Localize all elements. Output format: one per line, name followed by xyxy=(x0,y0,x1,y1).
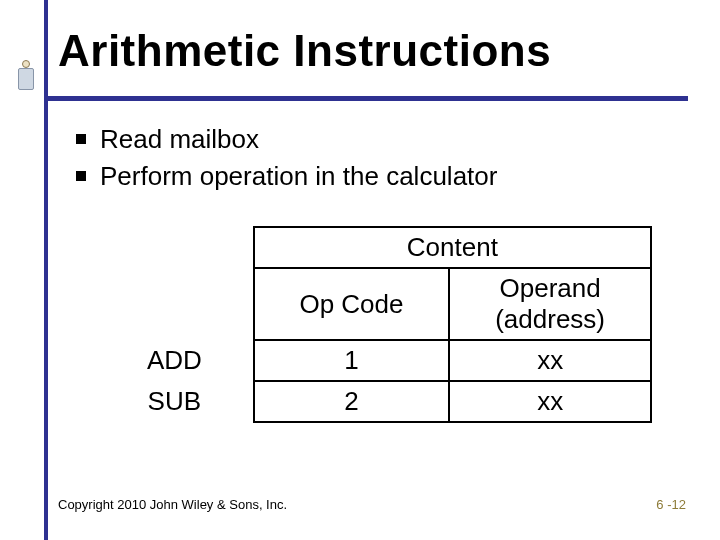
table-row: Content xyxy=(96,227,651,268)
opcode-table: Content Op Code Operand (address) ADD 1 … xyxy=(96,226,652,423)
table-row: SUB 2 xx xyxy=(96,381,651,422)
table-row-label: SUB xyxy=(96,381,254,422)
title-underline xyxy=(44,96,688,101)
table-cell-opcode: 1 xyxy=(254,340,450,381)
operand-header-line1: Operand xyxy=(500,273,601,303)
slide: Arithmetic Instructions Read mailbox Per… xyxy=(0,0,720,540)
copyright-text: Copyright 2010 John Wiley & Sons, Inc. xyxy=(58,497,287,512)
table-cell-empty xyxy=(96,227,254,268)
bullet-square-icon xyxy=(76,134,86,144)
bullet-text: Perform operation in the calculator xyxy=(100,159,497,194)
bullet-item: Read mailbox xyxy=(76,122,686,157)
bullet-square-icon xyxy=(76,171,86,181)
table-row: Op Code Operand (address) xyxy=(96,268,651,340)
operand-header-line2: (address) xyxy=(495,304,605,334)
table-col-header-operand: Operand (address) xyxy=(449,268,651,340)
table-row: ADD 1 xx xyxy=(96,340,651,381)
table-cell-empty xyxy=(96,268,254,340)
table-cell-opcode: 2 xyxy=(254,381,450,422)
bullet-item: Perform operation in the calculator xyxy=(76,159,686,194)
table-col-header-opcode: Op Code xyxy=(254,268,450,340)
table-row-label: ADD xyxy=(96,340,254,381)
table-cell-operand: xx xyxy=(449,340,651,381)
bullet-list: Read mailbox Perform operation in the ca… xyxy=(76,122,686,196)
table-cell-operand: xx xyxy=(449,381,651,422)
vertical-rule xyxy=(44,0,48,540)
table-group-header: Content xyxy=(254,227,651,268)
slide-title: Arithmetic Instructions xyxy=(58,26,551,76)
mascot-icon xyxy=(14,60,38,96)
page-number: 6 -12 xyxy=(656,497,686,512)
bullet-text: Read mailbox xyxy=(100,122,259,157)
